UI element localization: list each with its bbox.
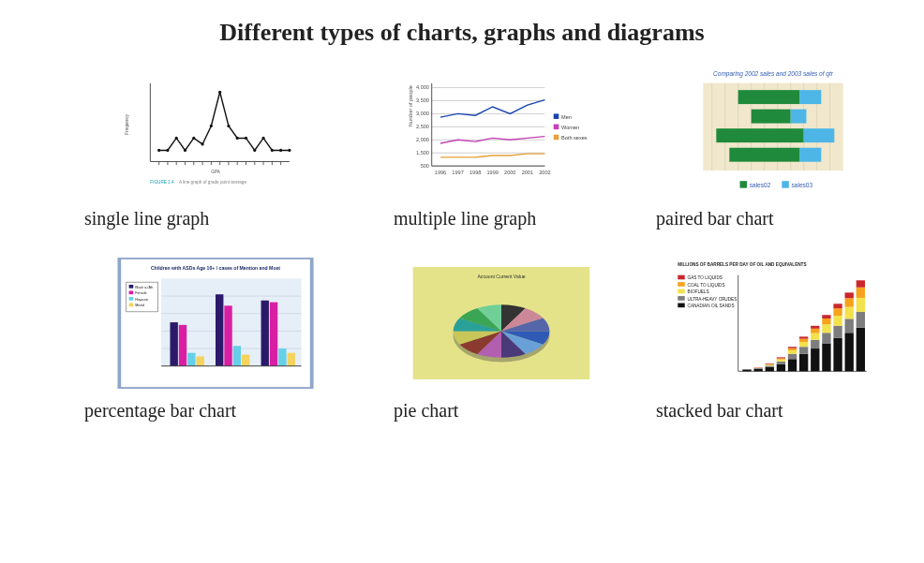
svg-rect-150 [811, 348, 819, 371]
svg-point-33 [288, 149, 291, 152]
svg-rect-134 [766, 363, 774, 364]
cell-multiple-line: 4,0003,5003,0002,5002,0001,500500 199619… [394, 66, 609, 230]
svg-rect-148 [799, 339, 808, 342]
svg-rect-99 [129, 304, 134, 307]
paired-bar-svg: Comparing 2002 sales and 2003 sales of q… [679, 66, 867, 197]
svg-text:1996: 1996 [435, 170, 446, 175]
svg-rect-158 [822, 319, 830, 324]
svg-rect-147 [799, 342, 808, 347]
svg-rect-165 [845, 333, 854, 371]
leg-uhc: ULTRA-HEAVY CRUDES [688, 297, 738, 302]
svg-rect-153 [811, 329, 819, 333]
leg-gtl: GAS TO LIQUIDS [688, 275, 723, 280]
svg-rect-80 [716, 128, 803, 142]
svg-rect-164 [833, 304, 842, 308]
svg-rect-95 [129, 290, 134, 294]
svg-rect-107 [233, 346, 241, 365]
page-title: Different types of charts, graphs and di… [0, 0, 924, 66]
svg-rect-140 [788, 359, 797, 371]
svg-rect-78 [752, 110, 791, 124]
svg-rect-104 [196, 356, 203, 365]
svg-text:2,500: 2,500 [416, 124, 429, 129]
svg-text:2002: 2002 [539, 170, 550, 175]
legend-men: Men [561, 114, 572, 120]
svg-rect-131 [766, 365, 774, 366]
svg-rect-119 [678, 289, 684, 294]
svg-rect-127 [753, 368, 762, 369]
svg-text:Frequency: Frequency [125, 113, 129, 135]
svg-rect-110 [270, 303, 277, 366]
cell-percentage-bar: Children with ASDs Age 10+ / cases of Me… [84, 258, 347, 422]
svg-rect-82 [729, 148, 799, 162]
svg-rect-138 [777, 359, 785, 360]
svg-rect-79 [791, 110, 807, 124]
svg-point-21 [184, 149, 186, 152]
svg-text:2001: 2001 [522, 170, 533, 175]
caption-stacked-bar: stacked bar chart [656, 400, 782, 422]
cell-stacked-bar: MILLIONS OF BARRELS PER DAY OF OIL AND E… [656, 258, 890, 422]
svg-text:GPA: GPA [211, 170, 220, 174]
svg-rect-60 [554, 113, 559, 119]
svg-point-22 [192, 137, 195, 140]
svg-rect-163 [833, 308, 842, 316]
svg-point-32 [279, 149, 282, 152]
svg-text:4,000: 4,000 [416, 84, 429, 90]
svg-rect-152 [811, 333, 819, 340]
svg-rect-167 [845, 307, 854, 319]
svg-rect-85 [782, 181, 788, 187]
svg-rect-61 [554, 125, 559, 130]
svg-point-19 [166, 149, 169, 152]
svg-text:1,500: 1,500 [416, 150, 429, 156]
svg-rect-144 [788, 347, 797, 348]
svg-rect-83 [799, 148, 821, 162]
svg-rect-105 [216, 294, 223, 366]
svg-rect-160 [833, 338, 842, 371]
cell-single-line: Frequency GPA FIGURE 1.4 A line graph of… [84, 66, 347, 230]
stacked-bar-svg: MILLIONS OF BARRELS PER DAY OF OIL AND E… [665, 258, 881, 389]
svg-point-23 [201, 142, 203, 145]
svg-rect-149 [799, 336, 808, 338]
svg-text:Female: Female [135, 291, 146, 295]
svg-rect-108 [242, 355, 249, 366]
svg-rect-142 [788, 350, 797, 354]
svg-text:1997: 1997 [452, 170, 463, 175]
svg-rect-161 [833, 326, 842, 338]
cell-pie: Account Current Value [394, 258, 609, 422]
svg-rect-77 [799, 90, 821, 104]
svg-rect-81 [804, 128, 835, 142]
svg-rect-146 [799, 347, 808, 353]
svg-rect-76 [738, 90, 799, 104]
svg-rect-154 [811, 326, 819, 329]
svg-text:3,500: 3,500 [416, 97, 429, 103]
legend-sales03: sales03 [792, 182, 813, 188]
svg-text:500: 500 [421, 163, 429, 169]
svg-rect-141 [788, 354, 797, 360]
svg-rect-139 [777, 357, 785, 358]
svg-rect-112 [288, 353, 295, 366]
svg-point-28 [245, 137, 247, 140]
svg-rect-93 [129, 285, 134, 289]
svg-rect-118 [678, 282, 684, 287]
thumb-single-line: Frequency GPA FIGURE 1.4 A line graph of… [84, 66, 347, 197]
svg-rect-109 [261, 301, 269, 366]
svg-rect-169 [845, 292, 854, 298]
page: Different types of charts, graphs and di… [0, 0, 924, 563]
multiple-line-svg: 4,0003,5003,0002,5002,0001,500500 199619… [403, 70, 600, 192]
svg-point-31 [271, 149, 274, 152]
cell-paired-bar: Comparing 2002 sales and 2003 sales of q… [656, 66, 890, 230]
stacked-title: MILLIONS OF BARRELS PER DAY OF OIL AND E… [678, 262, 806, 267]
chart-grid: Frequency GPA FIGURE 1.4 A line graph of… [0, 66, 924, 422]
caption-single-line: single line graph [84, 208, 209, 230]
svg-rect-156 [822, 333, 830, 343]
svg-point-30 [261, 137, 264, 140]
svg-rect-97 [129, 297, 134, 301]
paired-bar-title: Comparing 2002 sales and 2003 sales of q… [713, 70, 834, 78]
svg-text:2,000: 2,000 [416, 137, 429, 142]
svg-rect-136 [777, 362, 785, 364]
svg-rect-62 [554, 135, 559, 141]
pie-svg: Account Current Value [403, 267, 600, 379]
svg-rect-174 [857, 280, 865, 287]
svg-text:Black a./Afr: Black a./Afr [135, 286, 154, 289]
svg-rect-159 [822, 315, 830, 319]
svg-rect-101 [170, 322, 177, 366]
